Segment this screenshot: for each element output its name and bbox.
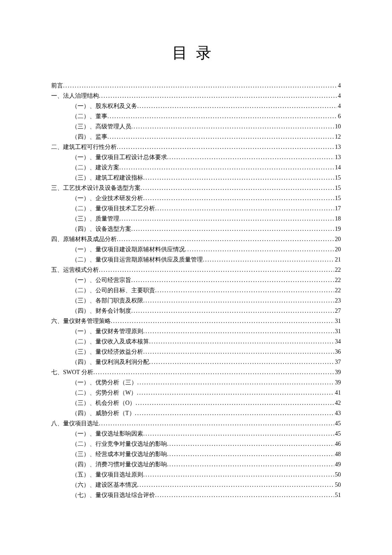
toc-leader-dots (99, 418, 334, 429)
toc-leader-dots (107, 111, 337, 122)
toc-page-number: 10 (334, 122, 341, 132)
toc-label: （二）、建设方案 (72, 163, 119, 173)
toc-page-number: 15 (334, 173, 341, 183)
toc-page-number: 50 (334, 480, 341, 490)
toc-leader-dots (119, 214, 334, 224)
toc-page-number: 36 (334, 347, 341, 357)
toc-leader-dots (141, 183, 334, 193)
toc-entry: （一）、优势分析（三）39 (51, 378, 341, 388)
toc-leader-dots (155, 490, 334, 500)
toc-page-number: 15 (334, 183, 341, 193)
toc-entry: （四）、量仪利润及利润分配37 (51, 357, 341, 367)
toc-page-number: 49 (334, 459, 341, 470)
toc-leader-dots (99, 91, 337, 101)
toc-page-number: 17 (334, 203, 341, 214)
toc-page-number: 50 (334, 470, 341, 480)
toc-label: （四）、财务会计制度 (72, 306, 131, 316)
toc-label: （三）、建筑工程建设指标 (72, 173, 143, 183)
toc-page-number: 45 (334, 418, 341, 429)
toc-leader-dots (137, 480, 334, 490)
toc-entry: （二）、董事6 (51, 111, 341, 122)
toc-page-number: 19 (334, 224, 341, 234)
toc-leader-dots (203, 255, 334, 265)
toc-entry: （三）、建筑工程建设指标15 (51, 173, 341, 183)
toc-leader-dots (131, 275, 334, 285)
toc-label: 四、原辅材料及成品分析 (51, 234, 117, 244)
toc-page-number: 51 (334, 490, 341, 500)
toc-page-number: 37 (334, 357, 341, 367)
toc-label: （一）、公司经营宗旨 (72, 275, 131, 285)
toc-label: 二、建筑工程可行性分析 (51, 142, 117, 152)
toc-leader-dots (149, 337, 334, 347)
toc-leader-dots (143, 347, 334, 357)
toc-leader-dots (119, 163, 334, 173)
toc-entry: （二）、公司的目标、主要职责22 (51, 285, 341, 296)
toc-page-number: 42 (334, 398, 341, 408)
toc-label: 八、量仪项目选址 (51, 418, 99, 429)
toc-entry: 六、量仪财务管理策略31 (51, 316, 341, 326)
toc-entry: （一）、量仪选址影响因素45 (51, 429, 341, 439)
toc-label: （二）、公司的目标、主要职责 (72, 285, 155, 296)
toc-entry: （四）、消费习惯对量仪选址的影响49 (51, 459, 341, 470)
toc-leader-dots (117, 142, 334, 152)
toc-entry: 一、法人治理结构4 (51, 91, 341, 101)
toc-label: （四）、设备选型方案 (72, 224, 131, 234)
toc-label: 七、SWOT 分析 (51, 367, 93, 378)
toc-label: （二）、量仪项目运营期原辅材料供应及质量管理 (72, 255, 203, 265)
toc-label: 一、法人治理结构 (51, 91, 99, 101)
toc-leader-dots (143, 296, 334, 306)
toc-label: 三、工艺技术设计及设备选型方案 (51, 183, 141, 193)
toc-entry: （一）、量仪财务管理原则31 (51, 326, 341, 337)
toc-entry: 二、建筑工程可行性分析13 (51, 142, 341, 152)
toc-page-number: 31 (334, 326, 341, 337)
toc-entry: （二）、劣势分析（W）41 (51, 388, 341, 398)
toc-entry: （四）、威胁分析（T）43 (51, 408, 341, 418)
toc-leader-dots (63, 81, 337, 91)
toc-page-number: 22 (334, 265, 341, 275)
toc-leader-dots (155, 203, 334, 214)
toc-leader-dots (143, 470, 334, 480)
toc-page-number: 23 (334, 296, 341, 306)
toc-leader-dots (131, 306, 334, 316)
toc-leader-dots (137, 388, 334, 398)
toc-leader-dots (137, 101, 337, 111)
toc-entry: 前言4 (51, 81, 341, 91)
toc-entry: （七）、量仪项目选址综合评价51 (51, 490, 341, 500)
toc-page-number: 48 (334, 449, 341, 459)
toc-label: （六）、建设区基本情况 (72, 480, 137, 490)
toc-leader-dots (155, 285, 334, 296)
toc-page-number: 4 (337, 101, 341, 111)
toc-label: （二）、量仪项目技术工艺分析 (72, 203, 155, 214)
page-title: 目录 (51, 43, 341, 64)
toc-label: （二）、劣势分析（W） (72, 388, 137, 398)
toc-entry: （四）、设备选型方案19 (51, 224, 341, 234)
toc-entry: 四、原辅材料及成品分析20 (51, 234, 341, 244)
toc-leader-dots (131, 224, 334, 234)
toc-label: （一）、量仪项目工程设计总体要求 (72, 152, 167, 163)
toc-leader-dots (167, 439, 334, 449)
toc-entry: （四）、财务会计制度27 (51, 306, 341, 316)
toc-page-number: 4 (337, 81, 341, 91)
toc-entry: （二）、建设方案14 (51, 163, 341, 173)
toc-label: （四）、消费习惯对量仪选址的影响 (72, 459, 167, 470)
toc-page-number: 13 (334, 152, 341, 163)
toc-entry: （三）、经营成本对量仪选址的影响48 (51, 449, 341, 459)
toc-page-number: 27 (334, 306, 341, 316)
toc-page-number: 12 (334, 132, 341, 142)
toc-label: （二）、行业竞争对量仪选址的影响 (72, 439, 167, 449)
toc-page-number: 6 (337, 111, 341, 122)
toc-leader-dots (135, 408, 334, 418)
toc-entry: （四）、监事12 (51, 132, 341, 142)
toc-entry: 七、SWOT 分析39 (51, 367, 341, 378)
toc-label: （三）、机会分析（O） (72, 398, 135, 408)
toc-page-number: 39 (334, 367, 341, 378)
toc-label: （一）、量仪选址影响因素 (72, 429, 143, 439)
toc-leader-dots (143, 193, 334, 203)
table-of-contents: 前言4一、法人治理结构4（一）、股东权利及义务4（二）、董事6（三）、高级管理人… (51, 81, 341, 500)
toc-entry: 三、工艺技术设计及设备选型方案15 (51, 183, 341, 193)
toc-page-number: 15 (334, 193, 341, 203)
toc-label: （三）、各部门职责及权限 (72, 296, 143, 306)
toc-page-number: 13 (334, 142, 341, 152)
toc-leader-dots (135, 398, 334, 408)
toc-page-number: 20 (334, 244, 341, 255)
